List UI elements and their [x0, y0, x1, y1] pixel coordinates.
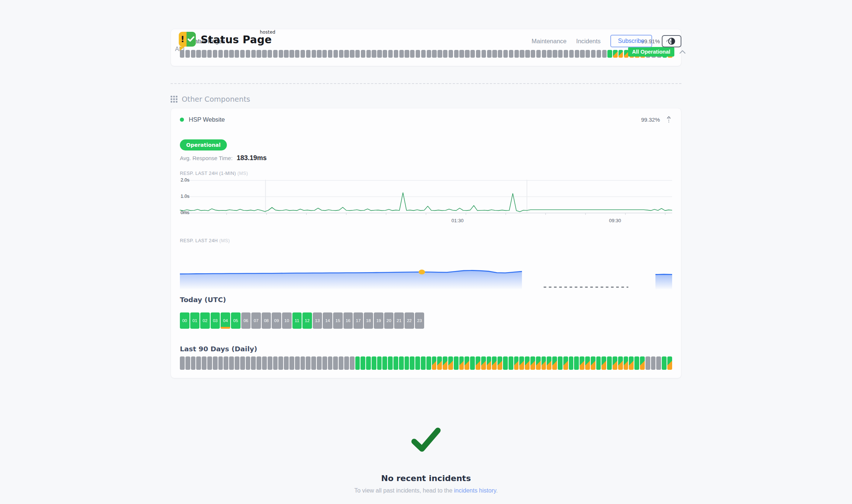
uptime-bar[interactable]	[262, 356, 267, 370]
uptime-bar[interactable]	[509, 50, 513, 58]
uptime-bar[interactable]	[339, 356, 343, 370]
uptime-bar[interactable]	[278, 356, 283, 370]
uptime-bar[interactable]	[251, 356, 256, 370]
uptime-bar[interactable]	[427, 50, 431, 58]
uptime-bar[interactable]	[410, 356, 415, 370]
uptime-bar[interactable]	[640, 356, 645, 370]
uptime-bar[interactable]	[656, 356, 661, 370]
uptime-bar[interactable]	[662, 356, 667, 370]
uptime-bar[interactable]	[218, 50, 223, 58]
hour-block[interactable]: 19	[374, 312, 383, 329]
uptime-bar[interactable]	[306, 50, 311, 58]
uptime-bar[interactable]	[317, 50, 321, 58]
uptime-bar[interactable]	[613, 356, 617, 370]
uptime-bar[interactable]	[464, 356, 469, 370]
uptime-bar[interactable]	[240, 50, 245, 58]
uptime-bar[interactable]	[569, 356, 574, 370]
hour-block[interactable]: 17	[353, 312, 363, 329]
uptime-bar[interactable]	[530, 356, 535, 370]
uptime-bar[interactable]	[279, 50, 283, 58]
uptime-bar[interactable]	[514, 50, 519, 58]
uptime-bar[interactable]	[382, 356, 387, 370]
uptime-bar[interactable]	[377, 50, 382, 58]
uptime-bar[interactable]	[459, 356, 464, 370]
uptime-bar[interactable]	[415, 356, 420, 370]
hour-block[interactable]: 02	[200, 312, 210, 329]
uptime-bar[interactable]	[443, 50, 447, 58]
uptime-bar[interactable]	[607, 356, 612, 370]
uptime-bar[interactable]	[311, 356, 316, 370]
uptime-bar[interactable]	[213, 356, 218, 370]
hour-block[interactable]: 07	[251, 312, 261, 329]
uptime-bar[interactable]	[207, 50, 212, 58]
uptime-bar[interactable]	[235, 50, 239, 58]
uptime-bar[interactable]	[256, 50, 261, 58]
hour-block[interactable]: 04	[221, 312, 230, 329]
hour-block[interactable]: 20	[384, 312, 394, 329]
uptime-bar[interactable]	[437, 356, 442, 370]
uptime-bar[interactable]	[185, 50, 190, 58]
uptime-bar[interactable]	[218, 356, 223, 370]
uptime-bar[interactable]	[273, 50, 278, 58]
uptime-bar[interactable]	[503, 50, 508, 58]
uptime-bar[interactable]	[618, 50, 623, 58]
uptime-bar[interactable]	[563, 356, 568, 370]
uptime-bar[interactable]	[503, 356, 508, 370]
uptime-bar[interactable]	[591, 50, 596, 58]
uptime-bar[interactable]	[191, 356, 196, 370]
uptime-bar[interactable]	[437, 50, 442, 58]
uptime-bar[interactable]	[322, 50, 327, 58]
uptime-bar[interactable]	[344, 356, 349, 370]
uptime-bar[interactable]	[487, 50, 492, 58]
uptime-bar[interactable]	[273, 356, 278, 370]
uptime-bar[interactable]	[470, 50, 475, 58]
resp-1min-chart[interactable]: 2.0s1.0s0ms01:3009:30	[180, 180, 672, 226]
uptime-bar[interactable]	[317, 356, 322, 370]
uptime-bar[interactable]	[525, 50, 530, 58]
uptime-bar[interactable]	[432, 50, 436, 58]
uptime-bar[interactable]	[470, 356, 475, 370]
theme-toggle-button[interactable]	[662, 35, 681, 47]
hour-block[interactable]: 11	[292, 312, 302, 329]
hour-block[interactable]: 12	[302, 312, 312, 329]
uptime-bar[interactable]	[301, 356, 305, 370]
uptime-bar[interactable]	[498, 50, 502, 58]
uptime-bar[interactable]	[393, 356, 398, 370]
uptime-bar[interactable]	[667, 356, 672, 370]
uptime-bar[interactable]	[618, 356, 623, 370]
uptime-bar[interactable]	[487, 356, 492, 370]
uptime-bar[interactable]	[383, 50, 387, 58]
hour-block[interactable]: 03	[211, 312, 220, 329]
uptime-bar[interactable]	[355, 356, 360, 370]
uptime-bar[interactable]	[268, 356, 272, 370]
uptime-bar[interactable]	[191, 50, 195, 58]
uptime-bar[interactable]	[558, 356, 563, 370]
uptime-bar[interactable]	[613, 50, 617, 58]
uptime-bar[interactable]	[185, 356, 190, 370]
uptime-bar[interactable]	[525, 356, 530, 370]
hour-block[interactable]: 06	[241, 312, 251, 329]
uptime-bar[interactable]	[372, 50, 376, 58]
uptime-bar[interactable]	[426, 356, 431, 370]
uptime-bar[interactable]	[596, 356, 601, 370]
chevron-up-icon[interactable]	[679, 50, 686, 54]
uptime-bar[interactable]	[509, 356, 513, 370]
uptime-bar[interactable]	[459, 50, 464, 58]
uptime-bar[interactable]	[602, 50, 607, 58]
hour-block[interactable]: 10	[282, 312, 292, 329]
uptime-bar[interactable]	[333, 50, 338, 58]
hour-block[interactable]: 16	[343, 312, 353, 329]
uptime-bar[interactable]	[388, 356, 393, 370]
uptime-bar[interactable]	[541, 356, 546, 370]
uptime-bar[interactable]	[519, 356, 524, 370]
uptime-bar[interactable]	[388, 50, 393, 58]
subscribe-button[interactable]: Subscribe	[610, 35, 652, 47]
uptime-bar[interactable]	[328, 50, 332, 58]
incidents-history-link[interactable]: incidents history	[454, 487, 496, 494]
uptime-bar[interactable]	[229, 50, 234, 58]
uptime-bar[interactable]	[531, 50, 535, 58]
uptime-bar[interactable]	[601, 356, 606, 370]
uptime-bar[interactable]	[328, 356, 333, 370]
uptime-bar[interactable]	[262, 50, 266, 58]
hour-block[interactable]: 13	[313, 312, 322, 329]
